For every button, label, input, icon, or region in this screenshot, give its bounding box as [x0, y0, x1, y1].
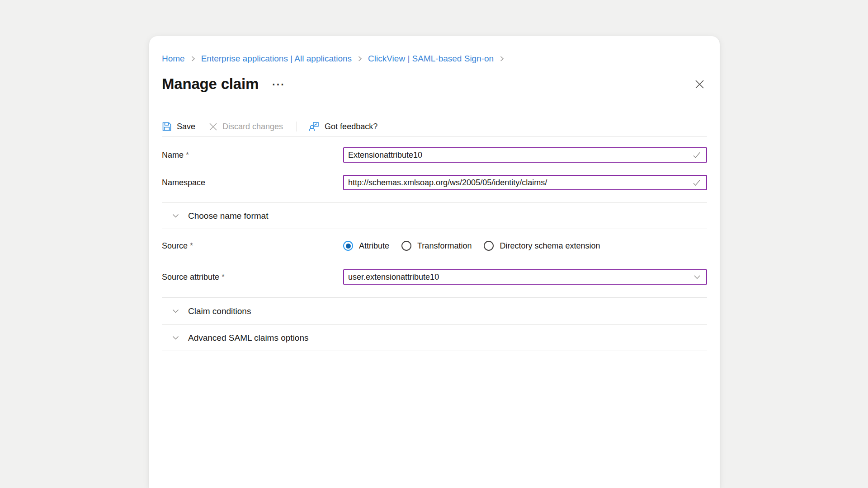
- discard-changes-button[interactable]: Discard changes: [209, 122, 283, 131]
- breadcrumb-enterprise-apps-link[interactable]: Enterprise applications | All applicatio…: [201, 53, 352, 64]
- radio-attribute-label: Attribute: [359, 241, 389, 251]
- choose-name-format-section[interactable]: Choose name format: [162, 203, 707, 229]
- close-panel-button[interactable]: [692, 76, 707, 92]
- source-attribute-field-label: Source attribute*: [162, 272, 343, 282]
- page-title: Manage claim: [162, 75, 259, 93]
- got-feedback-button[interactable]: Got feedback?: [309, 121, 377, 132]
- radio-selected-icon: [343, 241, 353, 251]
- source-attribute-field-row: Source attribute*: [162, 269, 707, 285]
- save-button-label: Save: [177, 122, 195, 131]
- chevron-down-icon: [172, 307, 179, 315]
- save-button[interactable]: Save: [162, 122, 195, 131]
- chevron-right-icon: [190, 56, 196, 62]
- name-field-label: Name*: [162, 150, 343, 160]
- toolbar-divider: [297, 122, 297, 131]
- floppy-disk-icon: [162, 122, 172, 131]
- discard-changes-label: Discard changes: [222, 122, 283, 131]
- required-asterisk: *: [190, 241, 193, 250]
- source-radio-group: Attribute Transformation Directory schem…: [343, 241, 600, 251]
- radio-transformation-label: Transformation: [417, 241, 472, 251]
- advanced-saml-claims-options-label: Advanced SAML claims options: [188, 333, 308, 343]
- source-field-row: Source* Attribute Transformation Directo…: [162, 240, 707, 252]
- name-input[interactable]: [343, 147, 707, 163]
- name-field-row: Name*: [162, 147, 707, 163]
- namespace-field-row: Namespace: [162, 175, 707, 190]
- source-field-label: Source*: [162, 241, 343, 251]
- radio-directory-schema-extension[interactable]: Directory schema extension: [484, 241, 600, 251]
- radio-unselected-icon: [401, 241, 411, 251]
- checkmark-icon: [692, 178, 701, 187]
- got-feedback-label: Got feedback?: [325, 122, 377, 131]
- choose-name-format-label: Choose name format: [188, 211, 268, 221]
- radio-attribute[interactable]: Attribute: [343, 241, 389, 251]
- divider: [162, 351, 707, 351]
- chevron-down-icon[interactable]: [693, 273, 701, 281]
- manage-claim-panel: Home Enterprise applications | All appli…: [149, 36, 720, 488]
- source-attribute-combobox[interactable]: [343, 269, 707, 285]
- chevron-right-icon: [499, 56, 505, 62]
- namespace-field-label: Namespace: [162, 178, 343, 188]
- required-asterisk: *: [186, 150, 189, 160]
- radio-transformation[interactable]: Transformation: [401, 241, 472, 251]
- checkmark-icon: [692, 150, 701, 160]
- breadcrumb-home-link[interactable]: Home: [162, 53, 185, 64]
- close-x-icon: [694, 79, 705, 89]
- required-asterisk: *: [222, 272, 225, 282]
- breadcrumb-clickview-link[interactable]: ClickView | SAML-based Sign-on: [368, 53, 494, 64]
- panel-header: Manage claim ···: [162, 73, 707, 95]
- radio-unselected-icon: [484, 241, 494, 251]
- divider: [162, 229, 707, 229]
- x-icon: [209, 122, 217, 131]
- person-feedback-icon: [309, 121, 320, 132]
- command-bar: Save Discard changes Got feedback?: [162, 118, 707, 135]
- radio-directory-schema-extension-label: Directory schema extension: [500, 241, 600, 251]
- advanced-saml-claims-options-section[interactable]: Advanced SAML claims options: [162, 325, 707, 351]
- chevron-down-icon: [172, 334, 179, 342]
- divider: [162, 136, 707, 137]
- claim-conditions-label: Claim conditions: [188, 306, 251, 316]
- claim-conditions-section[interactable]: Claim conditions: [162, 298, 707, 324]
- chevron-down-icon: [172, 212, 179, 220]
- more-options-button[interactable]: ···: [272, 81, 285, 87]
- namespace-input[interactable]: [343, 175, 707, 190]
- breadcrumb: Home Enterprise applications | All appli…: [162, 53, 707, 64]
- chevron-right-icon: [357, 56, 363, 62]
